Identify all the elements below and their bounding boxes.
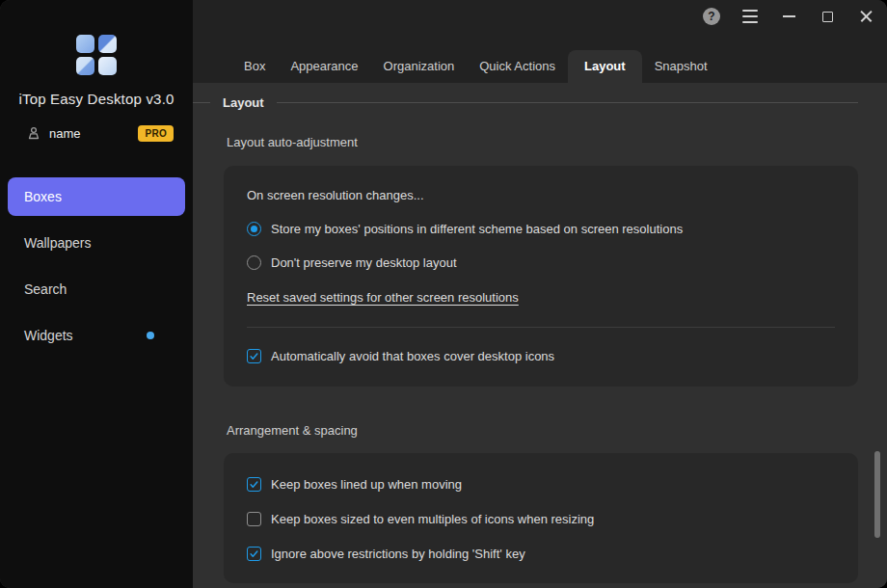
checkbox-avoid-cover-icons[interactable]: Automatically avoid that boxes cover des…: [247, 349, 835, 363]
minimize-icon: [783, 15, 795, 17]
tab-quick-actions[interactable]: Quick Actions: [467, 50, 568, 83]
titlebar: ? Box Appearance Organization: [193, 0, 887, 83]
logo-tile: [98, 35, 117, 53]
app-logo-icon: [76, 35, 117, 75]
checkbox-label: Keep boxes lined up when moving: [271, 477, 462, 492]
logo-tile: [76, 35, 94, 53]
section-header: Layout: [193, 83, 858, 110]
minimize-button[interactable]: [773, 4, 804, 29]
user-icon: [27, 126, 40, 140]
checkbox-ignore-restrictions-shift[interactable]: Ignore above restrictions by holding 'Sh…: [247, 547, 835, 561]
help-button[interactable]: ?: [696, 4, 727, 29]
auto-adjustment-card: On screen resolution changes... Store my…: [224, 166, 858, 387]
sidebar-item-boxes[interactable]: Boxes: [8, 177, 185, 216]
hamburger-icon: [742, 10, 758, 23]
logo-tile: [98, 57, 117, 75]
radio-icon-unselected[interactable]: [247, 255, 261, 270]
close-button[interactable]: [850, 4, 881, 29]
section-title: Layout: [223, 95, 264, 110]
settings-content: Layout Layout auto-adjustment On screen …: [193, 83, 887, 588]
notification-dot-icon: [147, 332, 154, 339]
card-heading: On screen resolution changes...: [247, 188, 835, 202]
sidebar-item-label: Search: [24, 281, 67, 297]
checkbox-icon-checked[interactable]: [247, 349, 261, 363]
radio-label: Don't preserve my desktop layout: [271, 255, 457, 270]
radio-label: Store my boxes' positions in different s…: [271, 222, 683, 236]
scrollbar-thumb[interactable]: [874, 451, 880, 538]
checkbox-label: Keep boxes sized to even multiples of ic…: [271, 512, 594, 526]
tab-appearance[interactable]: Appearance: [278, 50, 370, 83]
checkbox-keep-boxes-lined-up[interactable]: Keep boxes lined up when moving: [247, 477, 835, 492]
sidebar: iTop Easy Desktop v3.0 name PRO Boxes Wa…: [0, 0, 193, 588]
sidebar-item-label: Widgets: [24, 328, 73, 343]
checkbox-icon-unchecked[interactable]: [247, 512, 261, 526]
checkbox-icon-checked[interactable]: [247, 477, 261, 492]
sidebar-item-search[interactable]: Search: [8, 270, 185, 308]
sidebar-item-wallpapers[interactable]: Wallpapers: [8, 224, 185, 262]
maximize-icon: [822, 12, 833, 22]
sidebar-item-label: Boxes: [24, 189, 62, 204]
app-title: iTop Easy Desktop v3.0: [0, 91, 193, 107]
help-icon: ?: [703, 8, 720, 25]
radio-dont-preserve-layout[interactable]: Don't preserve my desktop layout: [247, 255, 835, 270]
group-title-arrangement-spacing: Arrangement & spacing: [227, 423, 858, 438]
menu-button[interactable]: [735, 4, 766, 29]
app-window: iTop Easy Desktop v3.0 name PRO Boxes Wa…: [0, 0, 887, 588]
tab-bar: Box Appearance Organization Quick Action…: [231, 50, 720, 83]
tab-organization[interactable]: Organization: [371, 50, 468, 83]
checkbox-icon-checked[interactable]: [247, 547, 261, 561]
pro-badge: PRO: [138, 125, 174, 142]
checkbox-label: Ignore above restrictions by holding 'Sh…: [271, 547, 525, 561]
user-account-row[interactable]: name PRO: [27, 123, 174, 143]
radio-icon-selected[interactable]: [247, 222, 261, 236]
logo-tile: [76, 57, 94, 75]
divider: [247, 327, 835, 328]
sidebar-item-widgets[interactable]: Widgets: [8, 316, 185, 355]
group-title-auto-adjustment: Layout auto-adjustment: [227, 135, 858, 149]
arrangement-spacing-card: Keep boxes lined up when moving Keep box…: [224, 453, 858, 583]
radio-store-positions[interactable]: Store my boxes' positions in different s…: [247, 222, 835, 236]
tab-snapshot[interactable]: Snapshot: [642, 50, 720, 83]
sidebar-nav: Boxes Wallpapers Search Widgets: [0, 177, 193, 355]
user-name: name: [49, 126, 138, 141]
checkbox-label: Automatically avoid that boxes cover des…: [271, 349, 554, 363]
tab-box[interactable]: Box: [231, 50, 278, 83]
tab-layout[interactable]: Layout: [568, 50, 642, 83]
reset-saved-settings-link[interactable]: Reset saved settings for other screen re…: [247, 290, 519, 305]
main-panel: ? Box Appearance Organization: [193, 0, 887, 588]
sidebar-item-label: Wallpapers: [24, 235, 92, 251]
maximize-button[interactable]: [812, 4, 843, 29]
close-icon: [860, 11, 873, 23]
window-controls: ?: [688, 4, 881, 29]
checkbox-keep-boxes-sized-even-multiples[interactable]: Keep boxes sized to even multiples of ic…: [247, 512, 835, 526]
